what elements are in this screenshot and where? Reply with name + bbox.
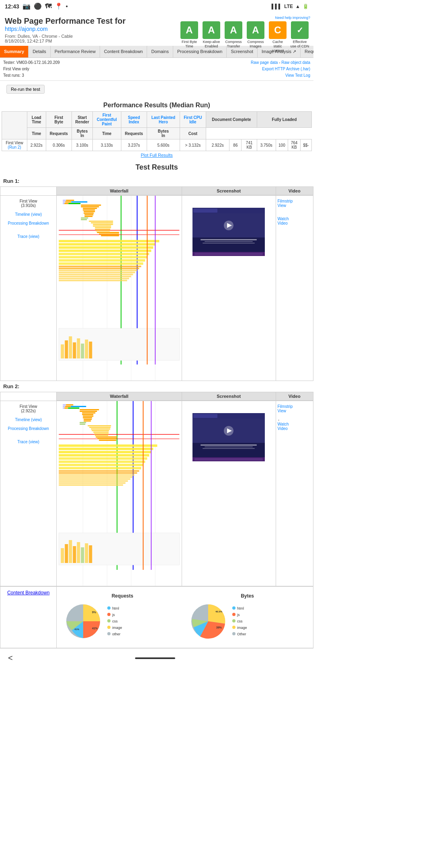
- svg-rect-59: [81, 344, 84, 358]
- svg-rect-54: [61, 344, 64, 358]
- grade-cache: C Cachestaticcontent: [267, 21, 288, 53]
- th-dc-bytes: BytesIn: [72, 128, 93, 139]
- svg-rect-42: [59, 256, 147, 258]
- svg-rect-125: [59, 480, 128, 482]
- svg-rect-57: [73, 342, 76, 358]
- svg-rect-96: [83, 416, 94, 417]
- rerun-button[interactable]: Re-run the test: [6, 85, 45, 94]
- run2-watch-video-link[interactable]: Watch Video: [278, 422, 280, 431]
- svg-rect-141: [193, 414, 217, 418]
- svg-rect-134: [81, 547, 84, 563]
- th-doc-complete: Document Complete: [206, 112, 257, 128]
- run2-filmstrip-link[interactable]: Filmstrip View: [278, 404, 280, 413]
- back-button[interactable]: <: [8, 653, 13, 663]
- run1-waterfall-label: Waterfall: [57, 187, 182, 195]
- run1-waterfall-header: Waterfall: [57, 187, 182, 196]
- view-test-log-link[interactable]: View Test Log: [285, 73, 310, 78]
- run2-timeline-link[interactable]: Timeline (view): [2, 418, 55, 422]
- svg-rect-92: [80, 409, 99, 410]
- raw-page-data-link[interactable]: Raw page data: [251, 60, 278, 65]
- svg-rect-25: [81, 217, 88, 219]
- grade-keepalive: A Keep-aliveEnabled: [201, 21, 222, 53]
- svg-rect-21: [84, 211, 95, 212]
- run1-processing-link[interactable]: Processing Breakdown: [2, 221, 55, 225]
- run1-info-header: [0, 187, 57, 196]
- grade-label-cache: Cachestaticcontent: [272, 40, 284, 53]
- need-help-link[interactable]: Need help improving?: [275, 16, 310, 20]
- raw-object-data-link[interactable]: Raw object data: [281, 60, 310, 65]
- rerun-area: Re-run the test: [0, 81, 313, 98]
- run1-info: First View (3.910s) Timeline (view) Proc…: [0, 196, 56, 242]
- tab-summary[interactable]: Summary: [0, 46, 29, 57]
- site-url[interactable]: https://ajonp.com: [5, 26, 48, 32]
- tab-performance-review[interactable]: Performance Review: [51, 46, 100, 57]
- tab-details[interactable]: Details: [29, 46, 51, 57]
- svg-rect-118: [59, 464, 143, 466]
- grade-cdn: ✓ Effectiveuse of CDN: [289, 21, 310, 53]
- svg-rect-11: [63, 201, 66, 203]
- grade-label-compress-images: CompressImages: [247, 40, 264, 49]
- svg-rect-97: [83, 417, 92, 418]
- svg-rect-101: [80, 424, 86, 425]
- requests-chart-area: 9% 41% 41% html js css image other: [63, 601, 182, 641]
- svg-rect-114: [59, 451, 151, 453]
- run1-timeline-link[interactable]: Timeline (view): [2, 212, 55, 217]
- svg-rect-135: [85, 543, 88, 563]
- fl-requests-val: 100: [276, 139, 288, 151]
- svg-rect-28: [91, 222, 113, 223]
- svg-rect-95: [82, 414, 94, 415]
- svg-rect-15: [65, 203, 69, 204]
- run2-waterfall-svg: [57, 401, 182, 586]
- svg-rect-29: [93, 224, 113, 225]
- run1-video-header: Video: [276, 187, 313, 196]
- status-left: 12:43 📷 ⚫ 🗺 📍 •: [5, 2, 68, 10]
- svg-rect-32: [95, 229, 111, 230]
- legend-other-bytes: Other: [232, 631, 247, 637]
- status-right: ▌▌▌ LTE ▲ 🔋: [272, 4, 309, 9]
- grade-compress-transfer: A CompressTransfer: [223, 21, 244, 53]
- svg-rect-56: [69, 336, 72, 358]
- run1-filmstrip-link[interactable]: Filmstrip View: [278, 199, 280, 208]
- svg-rect-44: [59, 262, 143, 265]
- content-breakdown-table: Content Breakdown Requests: [0, 586, 313, 648]
- fcp-val: 3.133s: [93, 139, 121, 151]
- svg-rect-109: [96, 436, 117, 438]
- speed-index-val: 3.237s: [121, 139, 147, 151]
- plot-full-results-link[interactable]: Plot Full Results: [141, 153, 172, 158]
- th-start-render: StartRender: [72, 112, 93, 128]
- svg-rect-7: [59, 230, 180, 231]
- bottom-nav: <: [0, 648, 313, 667]
- svg-rect-38: [59, 243, 156, 246]
- run2-data-row: First View (2.922s) Timeline (view) Proc…: [0, 401, 313, 586]
- svg-rect-116: [59, 457, 147, 460]
- svg-rect-117: [59, 461, 145, 463]
- svg-rect-16: [69, 203, 81, 204]
- export-http-link[interactable]: Export HTTP Archive (.har): [262, 67, 310, 71]
- home-pill[interactable]: [135, 657, 175, 659]
- svg-text:41%: 41%: [74, 628, 80, 631]
- svg-rect-27: [89, 221, 113, 222]
- test-runs-label: Test runs: 3: [3, 73, 24, 78]
- lte-label: LTE: [284, 4, 293, 9]
- svg-rect-83: [59, 438, 180, 439]
- run2-processing-link[interactable]: Processing Breakdown: [2, 426, 55, 431]
- svg-rect-111: [99, 440, 117, 441]
- th-fcp: FirstContentfulPaint: [93, 112, 121, 128]
- svg-rect-119: [59, 467, 141, 469]
- run1-video-cell: Filmstrip View Watch Video: [276, 196, 313, 381]
- tab-content-breakdown[interactable]: Content Breakdown: [100, 46, 147, 57]
- svg-rect-20: [83, 209, 95, 211]
- header: Web Page Performance Test for https://aj…: [0, 12, 177, 46]
- legend-css-bytes: css: [232, 618, 247, 624]
- dc-time-val: 2.922s: [206, 139, 229, 151]
- svg-rect-49: [59, 274, 133, 275]
- tab-domains[interactable]: Domains: [147, 46, 173, 57]
- svg-rect-136: [89, 545, 92, 563]
- th-fl-requests: Requests: [121, 128, 147, 139]
- content-breakdown-link[interactable]: Content Breakdown: [7, 590, 49, 596]
- run1-trace-link[interactable]: Trace (view): [2, 234, 55, 239]
- bytes-chart: Bytes: [185, 590, 310, 645]
- run1-watch-video-link[interactable]: Watch Video: [278, 217, 280, 225]
- run1-video-links: Filmstrip View Watch Video: [276, 196, 282, 229]
- run2-trace-link[interactable]: Trace (view): [2, 440, 55, 444]
